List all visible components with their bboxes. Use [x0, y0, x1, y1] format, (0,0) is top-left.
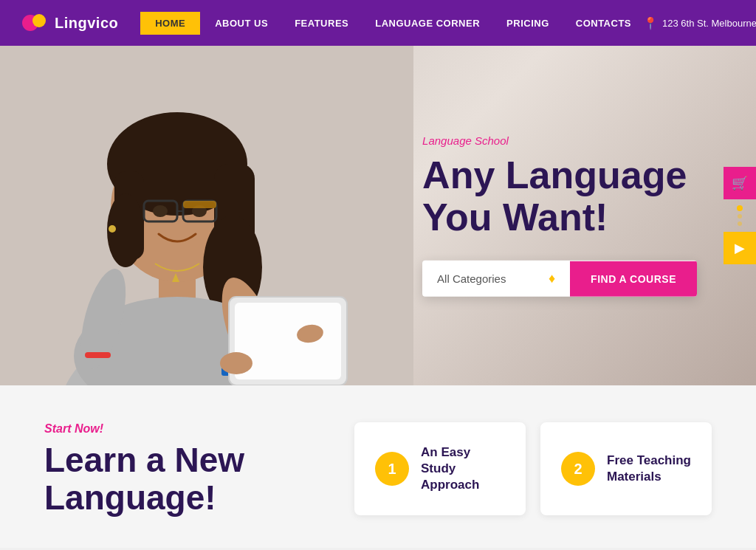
search-bar: All Categories ♦ FIND A COURSE [422, 261, 697, 297]
location-icon: 📍 [643, 16, 658, 30]
dot-2[interactable] [738, 214, 742, 219]
logo-icon [22, 13, 49, 33]
cart-button[interactable]: 🛒 [724, 167, 756, 199]
nav-contacts[interactable]: CONTACTS [564, 12, 643, 35]
start-now-label: Start Now! [44, 422, 325, 436]
logo[interactable]: Lingvico [22, 13, 118, 33]
hero-section: Language School Any Language You Want! A… [0, 46, 756, 385]
slider-dots [724, 201, 756, 230]
category-text: All Categories [437, 272, 506, 285]
nav-language-corner[interactable]: LANGUAGE CORNER [363, 12, 492, 35]
location-info: 📍 123 6th St. Melbourne, FL 32904 [643, 16, 756, 30]
feature-text-1: An Easy Study Approach [421, 444, 505, 493]
hero-content: Language School Any Language You Want! A… [422, 134, 697, 297]
feature-card-2: 2 Free Teaching Materials [540, 422, 712, 515]
feature-text-2: Free Teaching Materials [607, 453, 691, 485]
dropdown-arrow-icon: ♦ [549, 271, 555, 286]
video-button[interactable]: ▶ [724, 232, 756, 264]
dot-1[interactable] [737, 205, 743, 211]
svg-point-15 [109, 225, 116, 233]
features-list: 1 An Easy Study Approach 2 Free Teaching… [354, 422, 712, 515]
bottom-section: Start Now! Learn a New Language! 1 An Ea… [0, 385, 756, 548]
logo-circle-yellow [32, 14, 46, 27]
nav-features[interactable]: FEATURES [283, 12, 360, 35]
location-text: 123 6th St. Melbourne, FL 32904 [662, 18, 756, 29]
hero-title: Any Language You Want! [422, 154, 697, 238]
nav-home[interactable]: HOME [140, 12, 200, 35]
hero-subtitle: Language School [422, 134, 697, 147]
video-icon: ▶ [735, 240, 745, 256]
svg-point-12 [153, 205, 168, 217]
bottom-left: Start Now! Learn a New Language! [44, 422, 325, 516]
cart-icon: 🛒 [732, 175, 748, 191]
nav-about[interactable]: ABOUT US [203, 12, 280, 35]
feature-number-1: 1 [375, 452, 409, 486]
svg-rect-20 [85, 352, 111, 358]
svg-point-24 [220, 352, 252, 374]
bottom-title: Learn a New Language! [44, 441, 325, 516]
side-buttons: 🛒 ▶ [724, 167, 756, 264]
svg-rect-14 [183, 201, 216, 208]
feature-number-2: 2 [561, 452, 595, 486]
header: Lingvico HOME ABOUT US FEATURES LANGUAGE… [0, 0, 756, 46]
logo-text: Lingvico [55, 15, 118, 32]
main-nav: HOME ABOUT US FEATURES LANGUAGE CORNER P… [140, 12, 643, 35]
find-course-button[interactable]: FIND A COURSE [570, 261, 697, 297]
feature-card-1: 1 An Easy Study Approach [354, 422, 526, 515]
dot-3[interactable] [738, 221, 742, 226]
nav-pricing[interactable]: PRICING [495, 12, 561, 35]
category-select[interactable]: All Categories ♦ [422, 261, 570, 297]
hero-image [0, 46, 416, 385]
